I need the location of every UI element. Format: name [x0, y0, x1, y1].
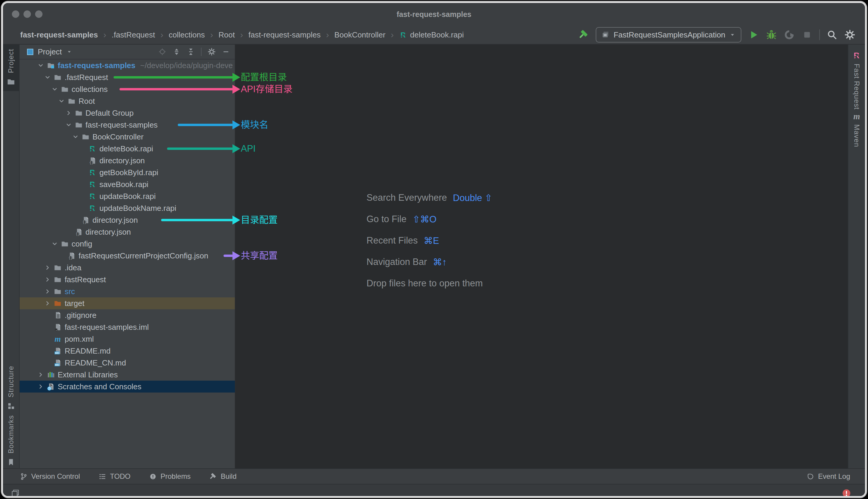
- tree-row[interactable]: .idea: [20, 262, 235, 273]
- breadcrumb-separator: ›: [326, 30, 329, 40]
- bottom-tab-build[interactable]: Build: [209, 472, 236, 480]
- tree-row[interactable]: {}directory.json: [20, 226, 235, 238]
- tree-row[interactable]: RdeleteBook.rapi: [20, 143, 235, 155]
- tree-row[interactable]: RsaveBook.rapi: [20, 179, 235, 190]
- scratches-icon: >: [47, 382, 55, 391]
- chevron-down-icon[interactable]: [66, 48, 73, 55]
- tree-item-label: config: [72, 239, 92, 248]
- bottom-tab-todo[interactable]: TODO: [98, 472, 131, 480]
- chevron-open-icon[interactable]: [44, 73, 51, 81]
- search-everywhere-icon[interactable]: [827, 29, 838, 40]
- chevron-closed-icon[interactable]: [44, 300, 51, 307]
- sidebar-tab-bookmarks[interactable]: Bookmarks: [3, 415, 19, 466]
- chevron-closed-icon[interactable]: [44, 276, 51, 283]
- breadcrumb-item[interactable]: collections: [169, 31, 205, 39]
- breadcrumb-item[interactable]: fast-request-samples: [20, 31, 98, 39]
- chevron-open-icon[interactable]: [58, 97, 65, 105]
- tree-item-label: fastRequest: [64, 275, 106, 284]
- breadcrumb-item[interactable]: .fastRequest: [112, 31, 155, 39]
- tree-row[interactable]: RupdateBook.rapi: [20, 190, 235, 202]
- breadcrumb-item[interactable]: BookController: [334, 31, 386, 39]
- chevron-closed-icon[interactable]: [44, 288, 51, 295]
- chevron-closed-icon[interactable]: [37, 371, 45, 379]
- run-configuration-select[interactable]: FastRequestSamplesApplication: [596, 27, 741, 42]
- breadcrumb-item[interactable]: RdeleteBook.rapi: [399, 31, 464, 39]
- bottom-tab-version-control[interactable]: Version Control: [20, 472, 80, 480]
- tree-row[interactable]: .fastRequest: [20, 71, 235, 83]
- tree-row[interactable]: src: [20, 285, 235, 297]
- breadcrumb-item[interactable]: fast-request-samples: [248, 31, 321, 39]
- sidebar-tab-project[interactable]: Project: [3, 45, 19, 91]
- tree-item-label: getBookById.rapi: [99, 168, 158, 177]
- sidebar-tab-fast-request[interactable]: RFast Request: [848, 51, 865, 110]
- tree-row[interactable]: RgetBookById.rapi: [20, 167, 235, 179]
- tree-row[interactable]: mpom.xml: [20, 333, 235, 345]
- editor-area: Search EverywhereDouble ⇧Go to File⇧⌘ORe…: [235, 45, 848, 468]
- chevron-open-icon[interactable]: [72, 133, 79, 141]
- tree-row[interactable]: >Scratches and Consoles: [20, 381, 235, 392]
- json-icon: {}: [88, 156, 97, 165]
- bottom-tab-problems[interactable]: Problems: [149, 472, 190, 480]
- tree-item-label: updateBook.rapi: [99, 192, 156, 201]
- build-hammer-icon[interactable]: [578, 29, 589, 40]
- folder-icon: [53, 73, 62, 82]
- tree-row[interactable]: MDREADME.md: [20, 345, 235, 357]
- chevron-open-icon[interactable]: [51, 240, 59, 248]
- run-toolbar: FastRequestSamplesApplication: [578, 27, 865, 42]
- chevron-closed-icon[interactable]: [44, 264, 51, 271]
- tree-row[interactable]: config: [20, 238, 235, 250]
- tree-item-label: Root: [78, 97, 95, 106]
- tree-item-label: BookController: [92, 132, 144, 142]
- tree-row[interactable]: fast-request-samples: [20, 119, 235, 131]
- bottom-tab-event-log[interactable]: Event Log: [806, 472, 850, 480]
- hide-panel-icon[interactable]: [222, 48, 230, 56]
- chevron-open-icon[interactable]: [51, 85, 59, 93]
- tree-row[interactable]: fastRequest: [20, 273, 235, 285]
- tree-row[interactable]: {}directory.json: [20, 155, 235, 167]
- chevron-closed-icon[interactable]: [65, 109, 73, 117]
- breadcrumb-item[interactable]: Root: [219, 31, 235, 39]
- stop-button[interactable]: [802, 29, 813, 40]
- tree-row[interactable]: Default Group: [20, 107, 235, 119]
- run-with-coverage-button[interactable]: [784, 29, 795, 40]
- tree-row[interactable]: BookController: [20, 131, 235, 143]
- project-panel-title[interactable]: Project: [38, 47, 62, 57]
- problem-icon: [149, 473, 157, 480]
- debug-button[interactable]: [766, 29, 777, 40]
- tree-item-label: updateBookName.rapi: [99, 204, 176, 213]
- tree-row[interactable]: fast-request-samples~/develop/idea/plugi…: [20, 60, 235, 71]
- tree-row[interactable]: collections: [20, 83, 235, 95]
- svg-text:MD: MD: [55, 363, 59, 366]
- right-tool-stripe: RFast RequestmMaven: [848, 45, 865, 468]
- tree-row[interactable]: fast-request-samples.iml: [20, 321, 235, 333]
- error-notification-badge[interactable]: [842, 488, 851, 496]
- chevron-spacer: [44, 323, 51, 331]
- tree-row[interactable]: External Libraries: [20, 369, 235, 381]
- tree-row[interactable]: target: [20, 297, 235, 309]
- folder-icon: [7, 77, 15, 86]
- branch-icon: [20, 473, 28, 480]
- settings-gear-icon[interactable]: [844, 29, 856, 40]
- toolwindow-toggle-icon[interactable]: [11, 489, 20, 496]
- run-button[interactable]: [748, 29, 759, 40]
- collapse-all-icon[interactable]: [187, 48, 195, 56]
- json-icon: {}: [67, 252, 76, 260]
- chevron-closed-icon[interactable]: [37, 383, 45, 390]
- sidebar-tab-maven[interactable]: mMaven: [848, 112, 865, 147]
- iml-file-icon: [53, 323, 62, 331]
- tree-row[interactable]: MDREADME_CN.md: [20, 357, 235, 369]
- tree-row[interactable]: {}directory.json: [20, 214, 235, 226]
- text-file-icon: [53, 311, 62, 319]
- tree-row[interactable]: RupdateBookName.rapi: [20, 202, 235, 214]
- tree-row[interactable]: Root: [20, 95, 235, 107]
- tree-row[interactable]: {}fastRequestCurrentProjectConfig.json: [20, 250, 235, 262]
- expand-all-icon[interactable]: [172, 48, 181, 56]
- tree-row[interactable]: .gitignore: [20, 309, 235, 321]
- navigation-toolbar: fast-request-samples›.fastRequest›collec…: [3, 26, 865, 45]
- chevron-open-icon[interactable]: [37, 62, 45, 69]
- tree-item-path: ~/develop/idea/plugin-deve: [140, 61, 233, 70]
- sidebar-tab-structure[interactable]: Structure: [3, 366, 19, 410]
- select-opened-file-icon[interactable]: [158, 48, 166, 56]
- chevron-open-icon[interactable]: [65, 121, 73, 129]
- panel-options-gear-icon[interactable]: [208, 48, 216, 56]
